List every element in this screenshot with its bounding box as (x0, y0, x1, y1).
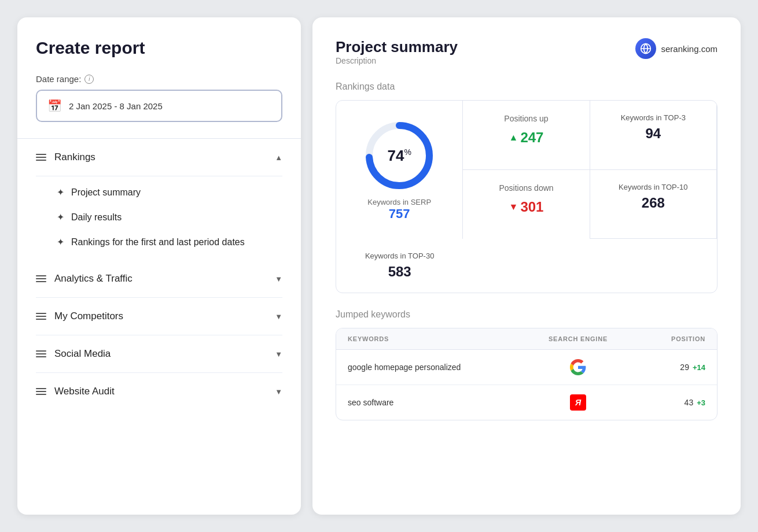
drag-icon: ✦ (57, 237, 64, 247)
chevron-up-icon: ▲ (275, 153, 282, 162)
positions-up-cell: Positions up ▲ 247 (463, 101, 590, 170)
globe-icon (635, 38, 656, 59)
donut-value: 757 (389, 206, 410, 221)
donut-cell: 74% Keywords in SERP 757 (336, 101, 463, 239)
rankings-grid: 74% Keywords in SERP 757 Positions up ▲ … (336, 100, 717, 293)
keyword-text: google homepage personalized (348, 363, 526, 372)
keywords-top10-value: 268 (602, 195, 705, 211)
jumped-keywords-title: Jumped keywords (336, 309, 717, 320)
rankings-data-label: Rankings data (336, 82, 717, 92)
drag-icon: ✦ (57, 212, 64, 223)
chevron-down-icon: ▼ (275, 387, 282, 396)
keywords-top3-value: 94 (602, 125, 705, 142)
chevron-down-icon: ▼ (275, 312, 282, 321)
sub-item-daily-results[interactable]: ✦ Daily results (57, 206, 282, 228)
google-icon (570, 359, 586, 375)
table-row: google homepage personalized 29 +14 (336, 350, 717, 385)
date-picker[interactable]: 📅 2 Jan 2025 - 8 Jan 2025 (36, 90, 282, 122)
position-cell: 43 +3 (630, 398, 705, 407)
date-range-label: Date range: i (36, 74, 282, 84)
table-row: seo software Я 43 +3 (336, 385, 717, 420)
keywords-top30-label: Keywords in TOP-30 (348, 252, 451, 260)
left-panel: Create report Date range: i 📅 2 Jan 2025… (17, 17, 301, 515)
nav-item-analytics[interactable]: Analytics & Traffic ▼ (36, 260, 282, 298)
arrow-up-icon: ▲ (509, 132, 518, 143)
hamburger-icon (36, 154, 46, 161)
nav-item-rankings-header[interactable]: Rankings ▲ (36, 139, 282, 176)
rankings-sub-items: ✦ Project summary ✦ Daily results ✦ Rank… (36, 176, 282, 260)
chevron-down-icon: ▼ (275, 275, 282, 283)
drag-icon: ✦ (57, 187, 64, 198)
position-change: +14 (693, 363, 705, 372)
right-header: Project summary Description seranking.co… (336, 38, 717, 78)
donut-chart: 74% (362, 118, 437, 193)
donut-label: Keywords in SERP (367, 198, 431, 206)
hamburger-icon (36, 313, 46, 320)
sub-item-project-summary[interactable]: ✦ Project summary (57, 181, 282, 204)
hamburger-icon (36, 350, 46, 357)
arrow-down-icon: ▼ (509, 202, 518, 212)
position-change: +3 (697, 398, 705, 407)
project-summary-title: Project summary (336, 38, 458, 56)
positions-down-label: Positions down (474, 183, 577, 194)
keywords-top3-label: Keywords in TOP-3 (602, 113, 705, 122)
info-icon: i (84, 75, 94, 84)
col-search-engine: SEARCH ENGINE (526, 335, 630, 342)
yandex-icon: Я (570, 394, 586, 411)
keyword-text: seo software (348, 398, 526, 407)
nav-item-website-audit[interactable]: Website Audit ▼ (36, 373, 282, 410)
nav-item-rankings: Rankings ▲ ✦ Project summary ✦ Daily res… (36, 139, 282, 260)
position-cell: 29 +14 (630, 363, 705, 372)
right-panel: Project summary Description seranking.co… (312, 17, 741, 515)
col-position: POSITION (630, 335, 705, 342)
keywords-top30-cell: Keywords in TOP-30 583 (336, 239, 463, 293)
jumped-keywords-table: KEYWORDS SEARCH ENGINE POSITION google h… (336, 328, 717, 420)
chevron-down-icon: ▼ (275, 350, 282, 359)
nav-section: Rankings ▲ ✦ Project summary ✦ Daily res… (36, 139, 282, 410)
donut-percent: 74% (387, 147, 411, 164)
table-header: KEYWORDS SEARCH ENGINE POSITION (336, 328, 717, 350)
keywords-top10-label: Keywords in TOP-10 (602, 183, 705, 191)
site-url: seranking.com (661, 44, 717, 54)
main-container: Create report Date range: i 📅 2 Jan 2025… (17, 17, 741, 515)
search-engine-cell (526, 359, 630, 375)
keywords-top3-cell: Keywords in TOP-3 94 (590, 101, 717, 170)
site-badge: seranking.com (635, 38, 717, 59)
keywords-top10-cell: Keywords in TOP-10 268 (590, 170, 717, 239)
positions-down-value: ▼ 301 (474, 199, 577, 215)
keywords-top30-value: 583 (348, 264, 451, 280)
col-keywords: KEYWORDS (348, 335, 526, 342)
page-title: Create report (36, 38, 282, 58)
nav-item-social-media[interactable]: Social Media ▼ (36, 335, 282, 373)
description-label: Description (336, 56, 458, 65)
positions-up-label: Positions up (474, 113, 577, 125)
hamburger-icon (36, 388, 46, 395)
positions-up-value: ▲ 247 (474, 130, 577, 146)
sub-item-rankings-dates[interactable]: ✦ Rankings for the first and last period… (57, 231, 282, 253)
positions-down-cell: Positions down ▼ 301 (463, 170, 590, 239)
search-engine-cell: Я (526, 394, 630, 411)
hamburger-icon (36, 275, 46, 282)
calendar-icon: 📅 (47, 99, 62, 113)
nav-item-competitors[interactable]: My Competitors ▼ (36, 298, 282, 335)
